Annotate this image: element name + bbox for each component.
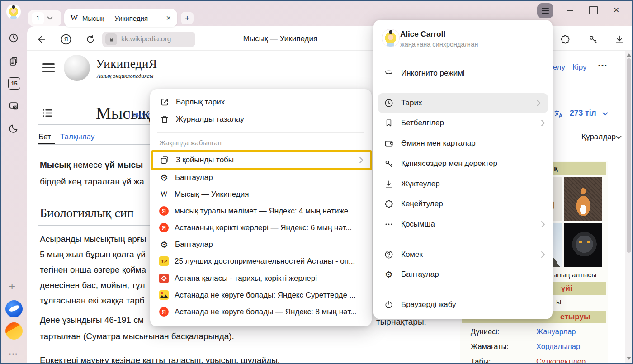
history-item-label: Астана қаласы - тарихы, көрікті жерлері xyxy=(175,274,317,283)
chevron-right-icon xyxy=(359,156,364,166)
taxo-value-link[interactable]: Хордалылар xyxy=(536,342,580,351)
tab-page-link[interactable]: Бет xyxy=(38,132,51,142)
login-link[interactable]: Кіру xyxy=(572,63,586,72)
menu-item-wallet[interactable]: Әмиян мен карталар xyxy=(373,133,553,153)
tabs-rule xyxy=(38,144,151,145)
menu-item-close-browser[interactable]: Браузерді жабу xyxy=(373,295,553,315)
menu-item-tab-group-highlighted[interactable]: 3 қойынды тобы xyxy=(151,150,372,170)
passwords-icon[interactable] xyxy=(588,34,599,45)
tab-close-icon[interactable]: × xyxy=(166,14,171,23)
history-item-yandex-search[interactable]: Я мысық туралы мәлімет — Яндекс: 4 мың н… xyxy=(150,203,372,219)
language-icon[interactable] xyxy=(553,109,564,121)
yandex-mail-logo[interactable] xyxy=(5,322,23,340)
wikipedia-globe-logo[interactable] xyxy=(64,55,90,81)
profile-avatar-small[interactable] xyxy=(6,4,21,19)
svg-text:Я: Я xyxy=(64,36,68,43)
menu-item-extensions[interactable]: Кеңейтулер xyxy=(373,194,553,214)
menu-item-downloads[interactable]: Жүктеулер xyxy=(373,174,553,194)
scrollbar-down-arrow[interactable] xyxy=(627,357,631,360)
history-item-settings[interactable]: ⚙ Баптаулар xyxy=(150,236,372,253)
history-item-yandex-images[interactable]: Астанада не көруге болады: Яндекс Суретт… xyxy=(150,287,372,303)
browser-menu-button[interactable] xyxy=(537,3,553,18)
address-bar[interactable]: kk.wikipedia.org xyxy=(102,32,195,47)
tools-chevron-down-icon xyxy=(616,136,622,140)
language-count-link[interactable]: 273 тіл xyxy=(570,109,596,118)
photo-caption-fragment: ының алтысы xyxy=(552,271,597,279)
taxo-row: Дүниесі: Жануарлар xyxy=(471,327,499,336)
sidebar-dark-mode-icon[interactable] xyxy=(8,123,19,134)
scrollbar-thumb[interactable] xyxy=(627,58,631,253)
wiki-hamburger-icon[interactable] xyxy=(42,63,55,72)
history-item-label: Астанада не көруге болады — Яндекс: 8 мы… xyxy=(175,307,357,317)
yandex-favicon: Я xyxy=(159,307,169,317)
chevron-right-icon xyxy=(536,99,541,109)
yandex-browser-logo[interactable] xyxy=(5,300,23,317)
tab-talk-link[interactable]: Талқылау xyxy=(60,132,94,142)
yandex-search-icon[interactable]: Я xyxy=(61,34,71,45)
paragraph-1-line-1: Мысық немесе үй мысы xyxy=(40,160,143,170)
sidebar-calendar-icon[interactable]: 15 xyxy=(8,77,20,90)
heading-rule xyxy=(38,225,151,226)
cat-photo-gray[interactable] xyxy=(564,223,602,267)
history-submenu: Барлық тарих Журналды тазалау Жақында жа… xyxy=(150,89,372,326)
menu-item-history-highlighted[interactable]: Тарих xyxy=(378,93,548,113)
menu-item-settings[interactable]: ⚙ Баптаулар xyxy=(150,169,372,186)
scrollbar-up-arrow[interactable] xyxy=(627,53,631,57)
menu-item-more[interactable]: Қосымша xyxy=(373,214,553,234)
history-item-yandex-search[interactable]: Я Астананың көрікті жерлері — Яндекс: 6 … xyxy=(150,219,372,236)
menu-item-label: Баптаулар xyxy=(401,270,439,279)
wiki-site-title: УикипедиЯ xyxy=(96,57,157,71)
tab-title: Мысық — Уикипедия xyxy=(82,14,161,22)
menu-item-incognito[interactable]: Инкогнито режимі xyxy=(373,63,553,83)
lock-icon[interactable] xyxy=(105,33,117,45)
back-icon[interactable] xyxy=(36,34,47,45)
menu-item-bookmarks[interactable]: Бетбелгілер xyxy=(373,113,553,133)
contents-list-icon[interactable] xyxy=(41,107,54,121)
history-item-label: Баптаулар xyxy=(175,240,213,249)
menu-item-settings[interactable]: ⚙ Баптаулар xyxy=(373,265,553,284)
active-tab[interactable]: W Мысық — Уикипедия × xyxy=(64,9,177,27)
menu-item-clear-history[interactable]: Журналды тазалау xyxy=(150,111,372,128)
history-item-astana-site[interactable]: Астана қаласы - тарихы, көрікті жерлері xyxy=(150,270,372,287)
taxo-label: Жамағаты: xyxy=(471,342,509,350)
external-link-icon xyxy=(159,97,170,107)
menu-item-help[interactable]: Көмек xyxy=(373,245,553,265)
profile-avatar[interactable] xyxy=(382,29,400,47)
band-home-fragment: үйі xyxy=(561,284,572,293)
tab-group-pill[interactable]: 1 xyxy=(28,10,61,26)
history-item-yandex-search[interactable]: Я Астанада не көруге болады — Яндекс: 8 … xyxy=(150,303,372,320)
sidebar-add-icon[interactable]: + xyxy=(9,280,15,292)
downloads-icon[interactable] xyxy=(614,34,625,45)
yandex-favicon: Я xyxy=(159,223,169,232)
menu-item-all-history[interactable]: Барлық тарих xyxy=(150,94,372,110)
taxo-value-link[interactable]: Жануарлар xyxy=(536,327,576,336)
tools-dropdown[interactable]: Құралдар xyxy=(581,132,616,142)
refresh-icon[interactable] xyxy=(85,34,96,45)
gear-icon: ⚙ xyxy=(159,173,169,182)
taxo-row: Табы: Сүтқоректілер xyxy=(471,357,491,364)
clock-icon xyxy=(383,98,394,108)
sidebar-screenshot-icon[interactable] xyxy=(8,100,19,111)
menu-item-passwords[interactable]: Құпиясөздер мен деректер xyxy=(373,154,553,174)
sidebar-notes-icon[interactable] xyxy=(8,56,19,67)
sidebar-history-icon[interactable] xyxy=(8,33,19,43)
window-close-button[interactable]: ✕ xyxy=(613,5,619,15)
history-item-wikipedia[interactable]: W Мысық — Уикипедия xyxy=(150,186,372,203)
window-minimize-button[interactable] xyxy=(567,10,573,11)
paragraph-2-line: Асыранды мысықтың арғы xyxy=(40,234,146,244)
edit-link[interactable]: [ өңдеу xyxy=(129,111,153,119)
cat-photo-orange-white[interactable] xyxy=(564,177,602,221)
new-tab-button[interactable]: + xyxy=(181,12,194,24)
taxo-row: Жамағаты: Хордалылар xyxy=(471,342,509,351)
extensions-icon[interactable] xyxy=(560,34,571,45)
page-title: Мысық — Уикипедия xyxy=(217,34,344,43)
history-item-label: мысық туралы мәлімет — Яндекс: 4 мың нәт… xyxy=(175,207,357,216)
taxo-value-link[interactable]: Сүтқоректілер xyxy=(536,357,586,364)
sidebar-divider xyxy=(7,345,21,345)
history-item-tripadvisor[interactable]: TP 25 лучших достопримечательностей Аста… xyxy=(150,253,372,269)
user-menu-dots[interactable]: ••• xyxy=(598,62,608,69)
sidebar-more-icon[interactable]: ⋯ xyxy=(9,348,18,359)
window-maximize-button[interactable] xyxy=(589,6,598,14)
paragraph-2-line: денесінен бас, мойын, тұл xyxy=(40,280,145,290)
taxobox-mid-fragment: ы xyxy=(556,298,562,306)
